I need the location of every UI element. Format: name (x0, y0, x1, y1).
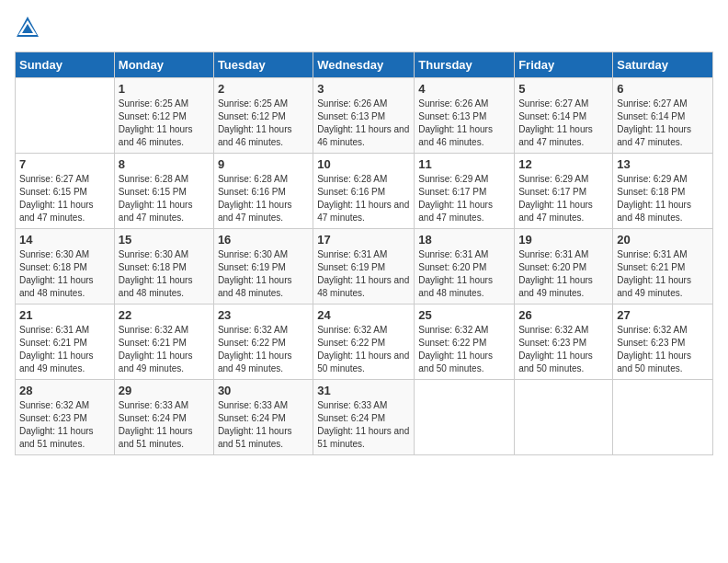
day-number: 29 (119, 384, 210, 397)
day-number: 26 (518, 308, 609, 322)
day-info: Sunrise: 6:26 AMSunset: 6:13 PMDaylight:… (418, 98, 510, 149)
day-number: 8 (119, 157, 210, 171)
calendar-cell: 21Sunrise: 6:31 AMSunset: 6:21 PMDayligh… (16, 304, 115, 380)
calendar-week-row: 21Sunrise: 6:31 AMSunset: 6:21 PMDayligh… (16, 304, 713, 380)
day-info: Sunrise: 6:27 AMSunset: 6:15 PMDaylight:… (19, 173, 110, 224)
calendar-cell: 11Sunrise: 6:29 AMSunset: 6:17 PMDayligh… (415, 154, 515, 229)
calendar-cell: 13Sunrise: 6:29 AMSunset: 6:18 PMDayligh… (613, 154, 713, 229)
calendar-cell (415, 380, 515, 455)
calendar-cell: 2Sunrise: 6:25 AMSunset: 6:12 PMDaylight… (213, 78, 313, 154)
calendar-cell (16, 78, 115, 154)
day-info: Sunrise: 6:30 AMSunset: 6:19 PMDaylight:… (218, 248, 309, 300)
calendar-cell: 7Sunrise: 6:27 AMSunset: 6:15 PMDaylight… (16, 154, 115, 229)
day-info: Sunrise: 6:26 AMSunset: 6:13 PMDaylight:… (317, 98, 410, 149)
day-number: 13 (617, 157, 709, 171)
column-header-wednesday: Wednesday (313, 52, 415, 78)
day-info: Sunrise: 6:32 AMSunset: 6:22 PMDaylight:… (418, 324, 510, 375)
calendar-header-row: SundayMondayTuesdayWednesdayThursdayFrid… (16, 52, 713, 78)
day-number: 19 (518, 233, 609, 247)
calendar-cell (613, 380, 713, 455)
day-info: Sunrise: 6:31 AMSunset: 6:19 PMDaylight:… (317, 248, 410, 300)
day-number: 10 (317, 157, 410, 171)
calendar-cell: 16Sunrise: 6:30 AMSunset: 6:19 PMDayligh… (213, 229, 313, 304)
day-info: Sunrise: 6:31 AMSunset: 6:21 PMDaylight:… (19, 324, 110, 375)
calendar-cell: 18Sunrise: 6:31 AMSunset: 6:20 PMDayligh… (415, 229, 515, 304)
day-number: 5 (518, 82, 609, 96)
day-number: 22 (119, 308, 210, 322)
calendar-cell: 6Sunrise: 6:27 AMSunset: 6:14 PMDaylight… (613, 78, 713, 154)
day-number: 9 (218, 157, 309, 171)
day-info: Sunrise: 6:28 AMSunset: 6:15 PMDaylight:… (119, 173, 210, 224)
day-info: Sunrise: 6:33 AMSunset: 6:24 PMDaylight:… (317, 399, 410, 451)
column-header-friday: Friday (515, 52, 613, 78)
calendar-week-row: 28Sunrise: 6:32 AMSunset: 6:23 PMDayligh… (16, 380, 713, 455)
calendar-cell: 4Sunrise: 6:26 AMSunset: 6:13 PMDaylight… (415, 78, 515, 154)
calendar-cell: 20Sunrise: 6:31 AMSunset: 6:21 PMDayligh… (613, 229, 713, 304)
calendar-cell: 14Sunrise: 6:30 AMSunset: 6:18 PMDayligh… (16, 229, 115, 304)
day-info: Sunrise: 6:33 AMSunset: 6:24 PMDaylight:… (119, 399, 210, 451)
day-info: Sunrise: 6:32 AMSunset: 6:21 PMDaylight:… (119, 324, 210, 375)
calendar-cell: 12Sunrise: 6:29 AMSunset: 6:17 PMDayligh… (515, 154, 613, 229)
day-number: 4 (418, 82, 510, 96)
calendar-cell: 3Sunrise: 6:26 AMSunset: 6:13 PMDaylight… (313, 78, 415, 154)
calendar-cell: 28Sunrise: 6:32 AMSunset: 6:23 PMDayligh… (16, 380, 115, 455)
calendar-cell: 17Sunrise: 6:31 AMSunset: 6:19 PMDayligh… (313, 229, 415, 304)
calendar-cell: 22Sunrise: 6:32 AMSunset: 6:21 PMDayligh… (114, 304, 213, 380)
day-number: 18 (418, 233, 510, 247)
column-header-saturday: Saturday (613, 52, 713, 78)
day-info: Sunrise: 6:32 AMSunset: 6:23 PMDaylight:… (518, 324, 609, 375)
calendar-cell: 23Sunrise: 6:32 AMSunset: 6:22 PMDayligh… (213, 304, 313, 380)
calendar-week-row: 14Sunrise: 6:30 AMSunset: 6:18 PMDayligh… (16, 229, 713, 304)
logo-icon (15, 15, 40, 40)
calendar-week-row: 7Sunrise: 6:27 AMSunset: 6:15 PMDaylight… (16, 154, 713, 229)
day-info: Sunrise: 6:28 AMSunset: 6:16 PMDaylight:… (317, 173, 410, 224)
day-number: 12 (518, 157, 609, 171)
day-number: 14 (19, 233, 110, 247)
calendar-cell (515, 380, 613, 455)
day-number: 27 (617, 308, 709, 322)
day-info: Sunrise: 6:31 AMSunset: 6:20 PMDaylight:… (418, 248, 510, 300)
calendar-cell: 27Sunrise: 6:32 AMSunset: 6:23 PMDayligh… (613, 304, 713, 380)
day-number: 17 (317, 233, 410, 247)
day-info: Sunrise: 6:33 AMSunset: 6:24 PMDaylight:… (218, 399, 309, 451)
day-number: 3 (317, 82, 410, 96)
day-number: 28 (19, 384, 110, 397)
day-info: Sunrise: 6:28 AMSunset: 6:16 PMDaylight:… (218, 173, 309, 224)
day-number: 20 (617, 233, 709, 247)
day-info: Sunrise: 6:30 AMSunset: 6:18 PMDaylight:… (119, 248, 210, 300)
calendar-week-row: 1Sunrise: 6:25 AMSunset: 6:12 PMDaylight… (16, 78, 713, 154)
calendar-cell: 9Sunrise: 6:28 AMSunset: 6:16 PMDaylight… (213, 154, 313, 229)
day-number: 11 (418, 157, 510, 171)
column-header-monday: Monday (114, 52, 213, 78)
day-number: 25 (418, 308, 510, 322)
day-number: 2 (218, 82, 309, 96)
day-number: 1 (119, 82, 210, 96)
day-info: Sunrise: 6:25 AMSunset: 6:12 PMDaylight:… (119, 98, 210, 149)
calendar-cell: 25Sunrise: 6:32 AMSunset: 6:22 PMDayligh… (415, 304, 515, 380)
day-number: 24 (317, 308, 410, 322)
day-number: 16 (218, 233, 309, 247)
calendar-cell: 30Sunrise: 6:33 AMSunset: 6:24 PMDayligh… (213, 380, 313, 455)
day-info: Sunrise: 6:27 AMSunset: 6:14 PMDaylight:… (518, 98, 609, 149)
calendar-cell: 1Sunrise: 6:25 AMSunset: 6:12 PMDaylight… (114, 78, 213, 154)
day-info: Sunrise: 6:32 AMSunset: 6:22 PMDaylight:… (317, 324, 410, 375)
calendar-table: SundayMondayTuesdayWednesdayThursdayFrid… (15, 52, 713, 455)
day-number: 30 (218, 384, 309, 397)
day-info: Sunrise: 6:27 AMSunset: 6:14 PMDaylight:… (617, 98, 709, 149)
calendar-cell: 26Sunrise: 6:32 AMSunset: 6:23 PMDayligh… (515, 304, 613, 380)
calendar-cell: 31Sunrise: 6:33 AMSunset: 6:24 PMDayligh… (313, 380, 415, 455)
calendar-cell: 8Sunrise: 6:28 AMSunset: 6:15 PMDaylight… (114, 154, 213, 229)
day-info: Sunrise: 6:29 AMSunset: 6:18 PMDaylight:… (617, 173, 709, 224)
day-info: Sunrise: 6:31 AMSunset: 6:20 PMDaylight:… (518, 248, 609, 300)
day-info: Sunrise: 6:29 AMSunset: 6:17 PMDaylight:… (418, 173, 510, 224)
day-info: Sunrise: 6:25 AMSunset: 6:12 PMDaylight:… (218, 98, 309, 149)
calendar-cell: 24Sunrise: 6:32 AMSunset: 6:22 PMDayligh… (313, 304, 415, 380)
day-info: Sunrise: 6:30 AMSunset: 6:18 PMDaylight:… (19, 248, 110, 300)
day-number: 15 (119, 233, 210, 247)
day-number: 7 (19, 157, 110, 171)
page-header (15, 15, 713, 40)
logo (15, 15, 44, 40)
column-header-sunday: Sunday (16, 52, 115, 78)
day-number: 6 (617, 82, 709, 96)
day-number: 31 (317, 384, 410, 397)
